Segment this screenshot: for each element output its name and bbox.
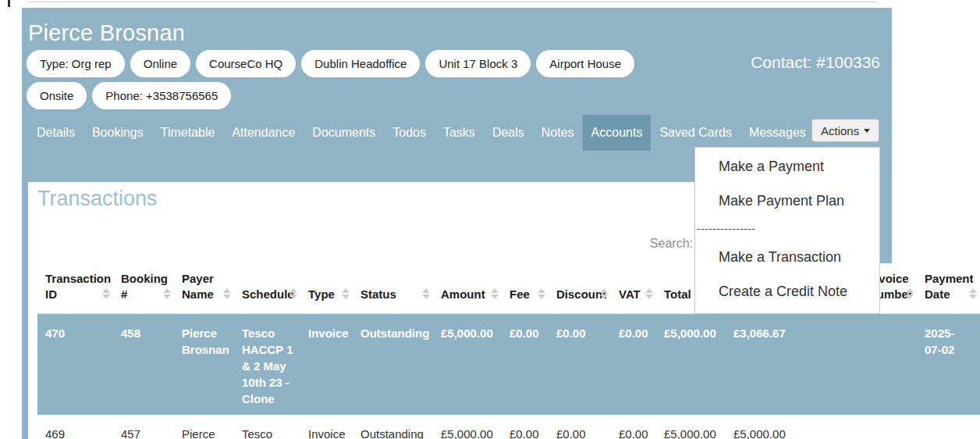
table-cell-status: Outstanding (353, 415, 433, 439)
contact-name: Pierce Brosnan (28, 20, 892, 46)
tab-bar: DetailsBookingsTimetableAttendanceDocume… (28, 115, 892, 151)
sort-icon[interactable] (163, 288, 171, 299)
col-header-schedule[interactable]: Schedule (234, 263, 300, 314)
sort-icon[interactable] (422, 288, 430, 299)
col-header-payment-date[interactable]: Payment Date (917, 263, 980, 314)
table-cell-booking: 457 (113, 415, 174, 439)
table-cell-discount: £0.00 (549, 415, 611, 439)
tab-messages[interactable]: Messages (740, 115, 815, 151)
table-cell-type: Invoice (300, 314, 353, 416)
badge-onsite: Onsite (27, 82, 87, 109)
col-header-label: Fee (510, 287, 530, 301)
table-cell-payer-name: Pierce Brosnan (174, 415, 234, 439)
table-cell-transaction-id: 470 (37, 314, 113, 416)
badge-online: Online (130, 50, 190, 77)
col-header-label: Status (360, 287, 396, 301)
top-left-mark (8, 0, 10, 7)
badge-type-org-rep: Type: Org rep (27, 50, 125, 77)
tab-todos[interactable]: Todos (384, 115, 435, 151)
table-cell-transaction-id: 469 (37, 415, 113, 439)
sort-icon[interactable] (289, 288, 297, 299)
menu-item-create-a-credit-note[interactable]: Create a Credit Note (695, 274, 879, 309)
tab-documents[interactable]: Documents (304, 115, 384, 151)
badge-unit-17-block-3: Unit 17 Block 3 (425, 50, 531, 77)
col-header-vat[interactable]: VAT (611, 263, 656, 314)
menu-item-make-a-transaction[interactable]: Make a Transaction (695, 240, 879, 274)
tab-details[interactable]: Details (28, 115, 83, 151)
table-cell-booking: 458 (113, 314, 174, 416)
badge-courseco-hq: CourseCo HQ (196, 50, 296, 77)
col-header-discount[interactable]: Discount (549, 263, 611, 314)
actions-menu: Make a PaymentMake Payment Plan---------… (694, 147, 880, 314)
col-header-label: Type (308, 287, 335, 301)
table-cell-col11: £5,000.00 (726, 415, 861, 439)
col-header-label: Schedule (242, 287, 294, 301)
badge-list: Type: Org repOnlineCourseCo HQDublin Hea… (25, 48, 673, 112)
badge-dublin-headoffice: Dublin Headoffice (301, 50, 420, 77)
col-header-label: Amount (441, 287, 485, 301)
table-cell-type: Invoice (300, 415, 353, 439)
table-cell-payment-date (917, 415, 980, 439)
caret-down-icon (864, 129, 870, 133)
col-header-booking[interactable]: Booking # (113, 263, 174, 314)
col-header-status[interactable]: Status (353, 263, 433, 314)
tab-accounts[interactable]: Accounts (583, 115, 652, 151)
top-divider-line (28, 2, 877, 2)
tab-deals[interactable]: Deals (484, 115, 533, 151)
table-row[interactable]: 470458Pierce BrosnanTesco HACCP 1 & 2 Ma… (37, 314, 980, 416)
sort-icon[interactable] (600, 288, 608, 299)
actions-button[interactable]: Actions (811, 119, 879, 142)
badge-phone-3538756565: Phone: +3538756565 (92, 82, 231, 109)
menu-divider: --------------- (695, 218, 879, 240)
col-header-amount[interactable]: Amount (433, 263, 502, 314)
sort-icon[interactable] (491, 288, 499, 299)
contact-id: Contact: #100336 (751, 53, 880, 72)
table-cell-schedule: Tesco HACCP 1 & 2 May 10th 23 - Clone (234, 314, 300, 416)
col-header-label: VAT (619, 287, 641, 301)
table-cell-total: £5,000.00 (656, 415, 726, 439)
table-cell-vat: £0.00 (611, 415, 656, 439)
col-header-type[interactable]: Type (300, 263, 353, 314)
col-header-label: Discount (556, 287, 606, 301)
table-cell-payer-name: Pierce Brosnan (174, 314, 234, 416)
tab-saved-cards[interactable]: Saved Cards (651, 115, 740, 151)
table-cell-fee: £0.00 (502, 415, 549, 439)
table-cell-schedule: Tesco HACCP 1 & 2 May 10th 23 - Clone (234, 415, 300, 439)
sort-icon[interactable] (342, 288, 350, 299)
tab-notes[interactable]: Notes (533, 115, 583, 151)
table-cell-invoice-number (861, 415, 917, 439)
col-header-label: Transaction ID (45, 272, 111, 301)
menu-item-make-a-payment[interactable]: Make a Payment (695, 149, 879, 184)
col-header-label: Payment Date (925, 272, 974, 301)
sort-icon[interactable] (969, 288, 977, 299)
col-header-label: Booking # (121, 272, 168, 301)
col-header-label: Payer Name (182, 272, 214, 301)
sort-icon[interactable] (906, 288, 914, 299)
tab-bookings[interactable]: Bookings (83, 115, 152, 151)
col-header-fee[interactable]: Fee (502, 263, 549, 314)
sort-icon[interactable] (645, 288, 653, 299)
search-label: Search: (585, 237, 693, 251)
sort-icon[interactable] (223, 288, 231, 299)
table-cell-col11: £3,066.67 (726, 314, 861, 416)
table-cell-invoice-number (861, 314, 917, 416)
table-cell-fee: £0.00 (502, 314, 549, 416)
table-body: 470458Pierce BrosnanTesco HACCP 1 & 2 Ma… (37, 314, 980, 439)
col-header-transaction-id[interactable]: Transaction ID (37, 263, 113, 314)
table-cell-amount: £5,000.00 (433, 415, 502, 439)
table-cell-status: Outstanding (353, 314, 433, 416)
table-row[interactable]: 469457Pierce BrosnanTesco HACCP 1 & 2 Ma… (37, 415, 980, 439)
table-cell-total: £5,000.00 (656, 314, 726, 416)
col-header-payer-name[interactable]: Payer Name (174, 263, 234, 314)
tab-attendance[interactable]: Attendance (223, 115, 304, 151)
menu-item-make-payment-plan[interactable]: Make Payment Plan (695, 184, 879, 218)
table-cell-payment-date: 2025-07-02 (917, 314, 980, 416)
badge-airport-house: Airport House (536, 50, 634, 77)
sort-icon[interactable] (102, 288, 110, 299)
actions-button-label: Actions (821, 124, 859, 137)
table-cell-amount: £5,000.00 (433, 314, 502, 416)
tab-tasks[interactable]: Tasks (435, 115, 484, 151)
sort-icon[interactable] (538, 288, 545, 299)
col-header-label: Total (664, 287, 691, 301)
tab-timetable[interactable]: Timetable (152, 115, 224, 151)
